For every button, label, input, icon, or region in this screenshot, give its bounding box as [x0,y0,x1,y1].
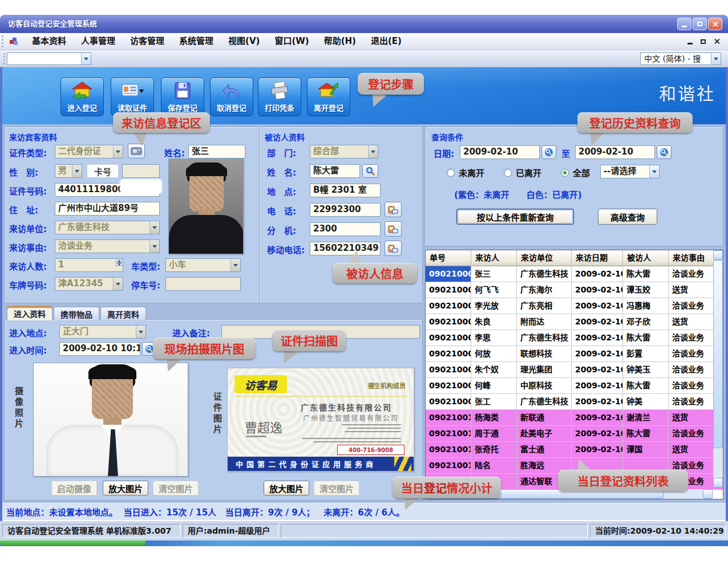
plate-select[interactable]: 津A12345 [55,277,123,291]
table-row[interactable]: 090210006 何放 联想科技 2009-02-10 彭置 洽谈业务 [426,346,723,362]
parking-input[interactable] [165,277,241,291]
scroll-up-icon[interactable] [713,250,723,260]
close-icon[interactable] [708,18,722,30]
table-row[interactable]: 090210009 张工 广东德生科技 2009-02-10 钟美 洽谈业务 [426,394,723,410]
dept-select[interactable]: 综合部 [310,145,378,158]
ext-input[interactable]: 2300 [310,222,381,236]
visited-name-input[interactable]: 陈大雷 [310,164,360,178]
menu-item[interactable]: 帮助(H) [317,33,363,50]
table-row[interactable]: 090210008 何峰 中原科技 2009-02-10 陈大雷 洽谈业务 [426,378,723,394]
tab-leave-info[interactable]: 离开资料 [100,307,146,320]
menu-item[interactable]: 系统管理 [172,33,221,50]
menu-item[interactable]: 退出(E) [363,33,409,50]
col-header[interactable]: 来访日期 [572,250,623,266]
card-reader-icon [131,147,142,155]
people-count-stepper[interactable]: 1 [55,258,123,272]
table-row[interactable]: 090210010 杨海类 新联通 2009-02-10 谢清兰 送货 [426,410,723,426]
id-type-select[interactable]: 二代身份证 [55,145,123,158]
table-row[interactable]: 090210007 朱个奴 理光集团 2009-02-10 钟美玉 洽谈业务 [426,362,723,378]
search-person-button[interactable] [362,164,378,178]
print-receipt-button[interactable]: 打印凭条 [258,78,301,116]
menu-item[interactable]: 窗口(W) [267,33,316,50]
date-from-picker-button[interactable] [541,145,556,159]
v-scrollbar-thumb[interactable] [713,260,723,448]
entry-place-select[interactable]: 正大门 [59,325,146,339]
call-mobile-button[interactable] [385,241,402,256]
idcard-company2: 广州德生智盟贸易有限公司 [303,413,399,422]
phone-input[interactable]: 22992300 [310,203,381,217]
tab-carried-items[interactable]: 携带物品 [54,307,99,320]
table-row[interactable]: 090210004 朱良 附而达 2009-02-10 邓子欣 送货 [426,314,723,330]
restore-icon[interactable] [693,18,707,30]
mdi-close-icon[interactable] [714,38,720,44]
address-input[interactable]: 广州市中山大道89号 [55,202,160,216]
gender-label: 性 别: [9,166,38,178]
read-id-card-button[interactable]: 读取证件 [111,78,154,116]
col-header[interactable]: 来访事由 [669,250,714,266]
col-header[interactable]: 被访人 [623,250,669,266]
visitor-name-input[interactable]: 张三 [188,145,245,158]
gender-select[interactable]: 男 [55,164,82,178]
stepper-arrows-icon[interactable] [113,259,122,271]
date-to-input[interactable]: 2009-02-10 [575,145,655,159]
quick-select-combobox[interactable] [7,52,91,65]
chevron-down-icon[interactable] [711,53,721,64]
radio-all[interactable]: 全部 [561,166,590,178]
visit-reason-select[interactable]: 洽谈业务 [55,239,160,253]
table-row[interactable]: 090210001 张三 广东德生科技 2009-02-10 陈大雷 洽谈业务 [426,266,723,282]
mobile-input[interactable]: 15602210349 [310,242,381,255]
callout-id-scan: 证件扫描图 [273,330,346,351]
scroll-right-icon[interactable] [703,489,713,499]
address-label: 住 址: [9,204,38,216]
table-row[interactable]: 090210011 周于通 赴美电子 2009-02-10 陈大雷 洽谈业务 [426,426,723,442]
leave-registration-button[interactable]: 离开登记 [307,78,350,116]
vehicle-type-select[interactable]: 小车 [165,258,241,272]
table-row[interactable]: 090210002 何飞飞 广东海尔 2009-02-10 谭玉姣 送货 [426,282,723,298]
advanced-query-button[interactable]: 高级查询 [598,209,657,225]
query-filter-select[interactable]: --请选择 [600,165,660,178]
table-row[interactable]: 090210005 李思 广东德生科技 2009-02-10 陈大雷 洽谈业务 [426,330,723,346]
language-bar[interactable]: 中文 (简体) - 搜 [640,52,721,65]
zoom-idcard-button[interactable]: 放大图片 [264,481,309,495]
col-header[interactable]: 单号 [426,250,471,266]
visit-company-select[interactable]: 广东德生科技 [55,221,160,234]
clear-photo-button[interactable]: 清空图片 [153,481,199,495]
menu-item[interactable]: 人事管理 [74,33,123,50]
table-row[interactable]: 090210012 张奇托 富士通 2009-02-10 谭国 送货 [426,442,723,458]
menu-item[interactable]: 视图(V) [221,33,267,50]
chevron-down-icon[interactable] [81,53,91,64]
col-header[interactable]: 来访单位 [517,250,572,266]
date-from-input[interactable]: 2009-02-10 [460,145,540,159]
daily-summary-line: 当前地点：未设置本地地点。 当日进入：15次 / 15人 当日离开：9次 / 9… [2,503,726,520]
table-row[interactable]: 090210003 李光放 广东亮相 2009-02-10 冯惠梅 洽谈业务 [426,298,723,314]
entry-time-input[interactable]: 2009-02-10 10:16 [59,342,140,356]
people-count-label: 来访人数: [9,260,47,272]
call-ext-button[interactable] [385,221,402,237]
enter-registration-button[interactable]: 进入登记 [60,78,104,116]
call-phone-button[interactable] [385,202,402,217]
radio-left[interactable]: 已离开 [504,166,541,178]
col-header[interactable]: 来访人 [471,250,517,266]
callout-visit-info-area: 来访信息登记区 [113,112,210,133]
save-registration-button[interactable]: 保存登记 [161,78,204,116]
scroll-down-icon[interactable] [713,478,723,487]
query-panel [425,127,723,246]
start-camera-button[interactable]: 启动摄像 [51,481,97,495]
cancel-registration-button[interactable]: 取消登记 [210,78,253,116]
mdi-restore-icon[interactable] [701,39,706,44]
clear-idcard-button[interactable]: 清空图片 [314,481,359,495]
menu-item[interactable]: 访客管理 [123,33,172,50]
idcard-hotline: 400-716-9008 [349,447,393,453]
menu-items: 基本资料人事管理访客管理系统管理视图(V)窗口(W)帮助(H)退出(E) [25,33,409,50]
menu-item[interactable]: 基本资料 [25,33,74,50]
zoom-photo-button[interactable]: 放大图片 [103,481,148,495]
requery-button[interactable]: 按以上条件重新查询 [456,209,574,225]
radio-not-left[interactable]: 未离开 [447,166,484,178]
card-number-input[interactable] [122,164,160,178]
date-to-label: 至 [561,147,570,159]
minimize-icon[interactable] [677,18,691,30]
date-to-picker-button[interactable] [657,145,672,159]
place-input[interactable]: B幢 2301 室 [310,184,381,197]
tab-entry-info[interactable]: 进入资料 [7,306,52,320]
mdi-minimize-icon[interactable] [687,43,693,44]
